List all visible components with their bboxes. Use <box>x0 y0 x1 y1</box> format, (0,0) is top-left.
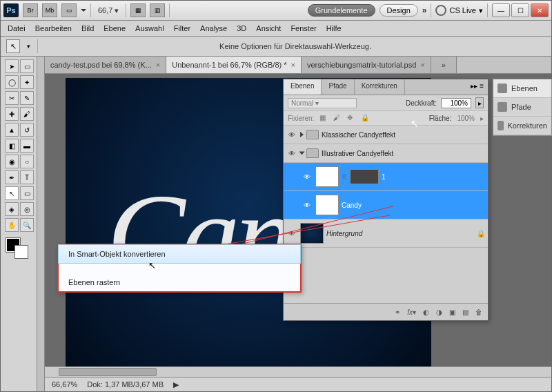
mask-thumb[interactable] <box>350 169 379 184</box>
scroll-tabs-icon[interactable]: » <box>431 57 457 73</box>
group-icon[interactable]: ▣ <box>449 308 455 316</box>
history-tool[interactable]: ↺ <box>20 123 34 137</box>
close-icon[interactable]: × <box>420 61 424 69</box>
menu-analyse[interactable]: Analyse <box>200 24 227 32</box>
panel-collapse-icon[interactable]: ▸▸ ≡ <box>466 79 488 95</box>
link-layers-icon[interactable]: ⚭ <box>395 308 400 316</box>
lock-trans-icon[interactable]: ▦ <box>319 114 328 122</box>
visibility-icon[interactable]: 👁 <box>286 129 297 140</box>
wand-tool[interactable]: ✦ <box>20 75 34 89</box>
background-color[interactable] <box>14 245 28 259</box>
close-icon[interactable]: × <box>291 61 295 69</box>
menu-ebene[interactable]: Ebene <box>103 24 126 32</box>
tab-ebenen[interactable]: Ebenen <box>284 79 322 95</box>
view-extras-icon[interactable]: ▦ <box>130 3 146 17</box>
move-tool[interactable]: ➤ <box>5 59 19 73</box>
rp-korrekturen[interactable]: Korrekturen <box>493 117 551 135</box>
direct-select-icon[interactable]: ↖ <box>6 39 20 53</box>
layer-row-background[interactable]: 👁 Hintergrund 🔒 <box>284 219 488 248</box>
mask-icon[interactable]: ◐ <box>423 308 429 316</box>
link-icon[interactable]: ⠿ <box>342 173 347 181</box>
close-icon[interactable]: × <box>156 61 160 69</box>
menu-3d[interactable]: 3D <box>237 24 246 32</box>
shape-tool[interactable]: ▭ <box>20 186 34 200</box>
collapsed-panels-strip[interactable] <box>37 57 45 391</box>
menu-ansicht[interactable]: Ansicht <box>256 24 281 32</box>
dropdown-icon[interactable] <box>81 9 86 12</box>
adjustment-icon[interactable]: ◑ <box>436 308 442 316</box>
screen-mode-icon[interactable]: ▭ <box>61 3 77 17</box>
heal-tool[interactable]: ✚ <box>5 107 19 121</box>
blur-tool[interactable]: ◉ <box>5 155 19 168</box>
expand-icon[interactable] <box>300 132 304 137</box>
blend-mode-select[interactable]: Normal ▾ <box>288 98 357 108</box>
gradient-tool[interactable]: ▬ <box>20 139 34 153</box>
adjustments-icon <box>497 121 504 130</box>
doc-tab-0[interactable]: candy-test.psd bei 69,8% (K...× <box>45 57 166 73</box>
zoom-level-text[interactable]: 66,7 ▾ <box>95 6 121 15</box>
marquee-tool[interactable]: ▭ <box>20 59 34 73</box>
tab-pfade[interactable]: Pfade <box>322 79 354 95</box>
color-swatches[interactable] <box>5 238 32 256</box>
path-select-tool[interactable]: ↖ <box>5 186 19 200</box>
layer-group-1[interactable]: 👁 Illustrativer Candyeffekt <box>284 144 488 163</box>
brush-tool[interactable]: 🖌 <box>20 107 34 121</box>
type-tool[interactable]: T <box>20 170 34 184</box>
tab-korrekturen[interactable]: Korrekturen <box>355 79 405 95</box>
workspace-more-icon[interactable]: » <box>422 6 427 15</box>
menu-filter[interactable]: Filter <box>174 24 190 32</box>
opacity-slider-icon[interactable]: ▸ <box>475 97 484 108</box>
visibility-icon[interactable]: 👁 <box>286 148 297 159</box>
doc-tab-2[interactable]: verschiebungsmatrix-tutorial.psd× <box>302 57 431 73</box>
lock-all-icon[interactable]: 🔒 <box>361 114 369 122</box>
menu-fenster[interactable]: Fenster <box>290 24 316 32</box>
lasso-tool[interactable]: ◯ <box>5 75 19 89</box>
collapse-icon[interactable] <box>299 152 305 155</box>
crop-tool[interactable]: ✂ <box>5 91 19 105</box>
minimize-button[interactable]: — <box>492 3 510 17</box>
visibility-icon[interactable]: 👁 <box>302 199 313 210</box>
dodge-tool[interactable]: ○ <box>20 155 34 168</box>
opacity-input[interactable]: 100% <box>441 98 471 108</box>
pen-tool[interactable]: ✒ <box>5 170 19 184</box>
eraser-tool[interactable]: ◧ <box>5 139 19 153</box>
doc-tab-1[interactable]: Unbenannt-1 bei 66,7% (RGB/8) *× <box>166 57 302 73</box>
status-zoom[interactable]: 66,67% <box>52 380 77 389</box>
status-arrow-icon[interactable]: ▶ <box>173 380 179 389</box>
trash-icon[interactable]: 🗑 <box>475 308 482 316</box>
new-layer-icon[interactable]: ▤ <box>462 308 469 316</box>
rp-pfade[interactable]: Pfade <box>493 98 551 117</box>
fill-input[interactable]: 100% <box>457 115 475 122</box>
layer-thumb[interactable] <box>315 166 339 187</box>
ctx-rasterize[interactable]: Ebenen rastern <box>59 273 300 291</box>
horizontal-scrollbar[interactable] <box>45 366 551 377</box>
lock-move-icon[interactable]: ✥ <box>347 114 355 122</box>
maximize-button[interactable]: ☐ <box>511 3 529 17</box>
workspace-design[interactable]: Design <box>379 4 418 17</box>
hand-tool[interactable]: ✋ <box>5 218 19 232</box>
bridge-icon[interactable]: Br <box>23 3 38 17</box>
visibility-icon[interactable]: 👁 <box>302 171 313 182</box>
menu-bild[interactable]: Bild <box>81 24 94 32</box>
3d-tool[interactable]: ◈ <box>5 202 19 216</box>
rp-ebenen[interactable]: Ebenen <box>493 79 551 98</box>
arrange-docs-icon[interactable]: ▥ <box>150 3 165 17</box>
workspace-grundelemente[interactable]: Grundelemente <box>308 4 375 17</box>
stamp-tool[interactable]: ▲ <box>5 123 19 137</box>
menu-auswahl[interactable]: Auswahl <box>135 24 164 32</box>
lock-brush-icon[interactable]: 🖌 <box>333 114 342 122</box>
menu-bearbeiten[interactable]: Bearbeiten <box>35 24 72 32</box>
fill-slider-icon[interactable]: ▸ <box>480 115 484 122</box>
close-button[interactable]: ✕ <box>531 3 549 17</box>
3d-cam-tool[interactable]: ◎ <box>20 202 34 216</box>
menu-hilfe[interactable]: Hilfe <box>326 24 342 32</box>
fx-icon[interactable]: fx▾ <box>407 308 416 316</box>
status-doc[interactable]: Dok: 1,37 MB/3,67 MB <box>87 380 164 389</box>
layer-row-1[interactable]: 👁 ⠿ 1 ↖ <box>284 163 488 191</box>
cslive-button[interactable]: CS Live ▾ <box>435 5 483 16</box>
zoom-tool[interactable]: 🔍 <box>20 218 34 232</box>
minibridge-icon[interactable]: Mb <box>42 3 57 17</box>
eyedropper-tool[interactable]: ✎ <box>20 91 34 105</box>
menu-datei[interactable]: Datei <box>8 24 26 32</box>
layer-group-0[interactable]: 👁 Klassischer Candyeffekt <box>284 126 488 144</box>
